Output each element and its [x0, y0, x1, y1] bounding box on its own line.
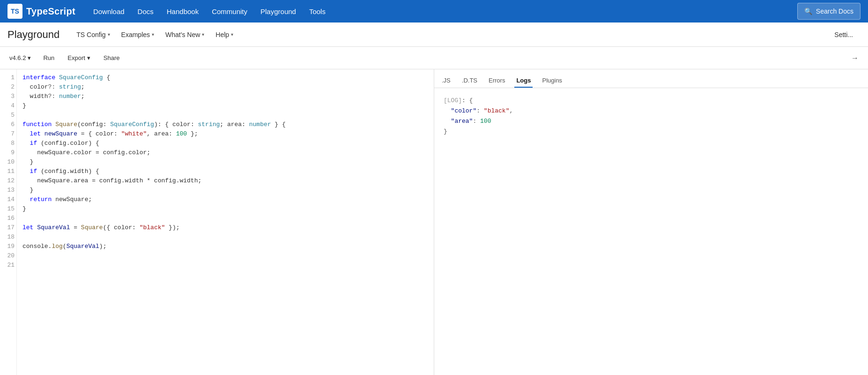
log-color-key: "color" [451, 107, 477, 114]
chevron-down-icon: ▾ [202, 32, 204, 37]
top-nav: TS TypeScript Download Docs Handbook Com… [0, 0, 868, 22]
log-color-value: "black" [484, 107, 510, 114]
log-area-value: 100 [480, 118, 491, 125]
subnav-whats-new[interactable]: What's New ▾ [160, 22, 210, 47]
subnav-help[interactable]: Help ▾ [210, 22, 239, 47]
export-button[interactable]: Export ▾ [63, 52, 95, 63]
nav-tools[interactable]: Tools [303, 0, 332, 22]
subnav-tsconfig[interactable]: TS Config ▾ [71, 22, 115, 47]
settings-button[interactable]: Setti... [827, 31, 861, 38]
log-close-brace: } [444, 128, 447, 135]
export-label: Export [67, 54, 85, 61]
subnav-examples-label: Examples [121, 31, 150, 38]
tab-dts[interactable]: .D.TS [460, 74, 479, 88]
tab-errors[interactable]: Errors [487, 74, 507, 88]
chevron-down-icon: ▾ [108, 32, 110, 37]
panel-toggle-button[interactable]: → [847, 52, 862, 64]
log-area-key: "area" [451, 118, 473, 125]
toolbar: v4.6.2 ▾ Run Export ▾ Share → [0, 47, 868, 69]
chevron-down-icon: ▾ [152, 32, 154, 37]
run-button[interactable]: Run [38, 52, 59, 63]
line-numbers: 12345 678910 1112131415 1617181920 21 [0, 69, 17, 375]
subnav-help-label: Help [215, 31, 229, 38]
subnav-tsconfig-label: TS Config [76, 31, 105, 38]
nav-download[interactable]: Download [87, 0, 131, 22]
main-area: 12345 678910 1112131415 1617181920 21 in… [0, 69, 868, 375]
page-title: Playground [7, 29, 59, 41]
version-label: v4.6.2 [9, 54, 26, 61]
output-pane: .JS .D.TS Errors Logs Plugins [LOG]: { "… [434, 69, 868, 375]
ts-logo-icon: TS [7, 4, 22, 19]
sub-nav: Playground TS Config ▾ Examples ▾ What's… [0, 22, 868, 47]
tab-plugins[interactable]: Plugins [540, 74, 564, 88]
nav-docs[interactable]: Docs [131, 0, 160, 22]
subnav-examples[interactable]: Examples ▾ [116, 22, 160, 47]
chevron-down-icon: ▾ [87, 54, 90, 61]
log-prefix: [LOG] [444, 97, 462, 104]
editor-scroll[interactable]: 12345 678910 1112131415 1617181920 21 in… [0, 69, 434, 375]
version-button[interactable]: v4.6.2 ▾ [6, 52, 35, 63]
nav-community[interactable]: Community [205, 0, 254, 22]
search-docs-label: Search Docs [816, 8, 853, 15]
search-icon: 🔍 [804, 8, 812, 15]
output-tabs: .JS .D.TS Errors Logs Plugins [434, 69, 868, 88]
ts-logo[interactable]: TS TypeScript [7, 4, 75, 19]
nav-playground[interactable]: Playground [254, 0, 303, 22]
output-content: [LOG]: { "color": "black", "area": 100 } [434, 88, 868, 375]
search-docs-button[interactable]: 🔍 Search Docs [797, 3, 861, 20]
share-button[interactable]: Share [99, 52, 125, 63]
log-colon: : { [462, 97, 473, 104]
editor-pane: 12345 678910 1112131415 1617181920 21 in… [0, 69, 434, 375]
tab-js[interactable]: .JS [440, 74, 453, 88]
nav-handbook[interactable]: Handbook [160, 0, 205, 22]
tab-logs[interactable]: Logs [514, 74, 533, 88]
ts-logo-name: TypeScript [26, 6, 75, 17]
code-editor[interactable]: interface SquareConfig { color?: string;… [17, 69, 434, 375]
subnav-whats-new-label: What's New [165, 31, 200, 38]
chevron-down-icon: ▾ [28, 54, 31, 61]
chevron-down-icon: ▾ [231, 32, 233, 37]
